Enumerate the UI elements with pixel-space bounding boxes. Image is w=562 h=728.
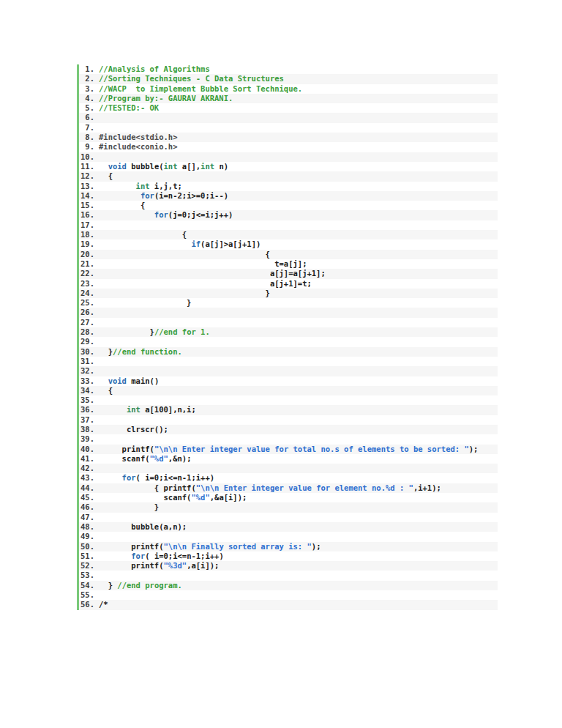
code-text: { [94, 171, 113, 181]
code-text: { [94, 230, 187, 239]
token-plain: i,j,t; [150, 182, 182, 190]
code-text: void bubble(int a[],int n) [94, 162, 228, 171]
code-text: for( i=0;i<=n-1;i++) [94, 551, 224, 561]
code-text: /* [94, 600, 108, 609]
line-number: 27. [79, 318, 94, 327]
code-text [94, 415, 99, 425]
token-comment: //Sorting Techniques - C Data Structures [99, 74, 284, 83]
code-text [94, 464, 99, 473]
line-number: 2. [79, 74, 94, 83]
token-comment: //WACP to Iimplement Bubble Sort Techniq… [99, 84, 302, 93]
line-number: 23. [79, 279, 94, 289]
code-line: 49. [79, 532, 498, 541]
code-text: scanf("%d",&a[i]); [94, 493, 247, 502]
line-number: 16. [79, 210, 94, 220]
code-text [94, 123, 99, 133]
code-line: 4.//Program by:- GAURAV AKRANI. [79, 94, 498, 103]
code-text [94, 434, 99, 444]
token-plain: a[], [178, 162, 201, 171]
line-number: 4. [79, 94, 94, 103]
code-text: //WACP to Iimplement Bubble Sort Techniq… [94, 84, 302, 94]
line-number: 3. [79, 84, 94, 94]
token-type: int [201, 162, 214, 171]
line-number: 38. [79, 425, 94, 434]
token-comment: //end program. [117, 581, 182, 590]
code-line: 2.//Sorting Techniques - C Data Structur… [79, 74, 498, 83]
code-line: 17. [79, 220, 498, 230]
code-text: }//end for 1. [94, 327, 210, 337]
code-line: 16. for(j=0;j<=i;j++) [79, 210, 498, 220]
line-number: 41. [79, 454, 94, 464]
line-number: 44. [79, 483, 94, 493]
line-number: 45. [79, 493, 94, 502]
line-number: 40. [79, 445, 94, 454]
line-number: 17. [79, 220, 94, 230]
code-line: 51. for( i=0;i<=n-1;i++) [79, 551, 498, 561]
token-plain: } [187, 298, 191, 307]
code-text: } [94, 298, 191, 308]
code-text: for(j=0;j<=i;j++) [94, 210, 233, 220]
token-comment: //TESTED:- OK [99, 103, 159, 112]
code-line: 23. a[j+1]=t; [79, 279, 498, 289]
line-number: 1. [79, 64, 94, 74]
line-number: 33. [79, 376, 94, 386]
code-text: //Program by:- GAURAV AKRANI. [94, 94, 233, 103]
code-line: 35. [79, 395, 498, 405]
code-text: bubble(a,n); [94, 522, 187, 532]
line-number: 9. [79, 142, 94, 152]
code-text: a[j+1]=t; [94, 279, 312, 289]
token-plain: { [182, 230, 187, 239]
code-text: scanf("%d",&n); [94, 454, 191, 464]
line-number: 22. [79, 269, 94, 278]
document-page: 1.//Analysis of Algorithms2.//Sorting Te… [0, 0, 562, 728]
line-number: 46. [79, 502, 94, 512]
code-text: #include<conio.h> [94, 142, 177, 152]
line-number: 21. [79, 259, 94, 269]
token-keyword: for [131, 551, 145, 560]
token-plain: (a[j]>a[j+1]) [201, 239, 261, 248]
code-line: 27. [79, 318, 498, 327]
code-line: 18. { [79, 230, 498, 239]
code-line: 15. { [79, 201, 498, 210]
line-number: 5. [79, 103, 94, 113]
code-line: 33. void main() [79, 376, 498, 386]
accent-bar [77, 64, 79, 610]
code-text: //Analysis of Algorithms [94, 64, 210, 74]
line-number: 36. [79, 405, 94, 415]
line-number: 20. [79, 250, 94, 259]
token-plain: scanf( [164, 493, 192, 502]
token-comment: //end function. [113, 347, 182, 356]
token-plain: main() [127, 376, 159, 385]
code-line: 5.//TESTED:- OK [79, 103, 498, 113]
token-keyword: for [140, 191, 154, 200]
code-text: printf("%3d",a[i]); [94, 561, 219, 571]
code-line: 28. }//end for 1. [79, 327, 498, 337]
line-number: 13. [79, 182, 94, 191]
line-number: 29. [79, 337, 94, 346]
line-number: 31. [79, 357, 94, 366]
token-plain: { printf( [154, 483, 196, 492]
code-line: 53. [79, 571, 498, 580]
code-line: 32. [79, 366, 498, 376]
line-number: 26. [79, 308, 94, 317]
code-line: 1.//Analysis of Algorithms [79, 64, 498, 74]
line-number: 18. [79, 230, 94, 239]
token-preprocessor: #include<conio.h> [99, 142, 177, 151]
code-line: 55. [79, 590, 498, 600]
line-number: 7. [79, 123, 94, 133]
code-line: 42. [79, 464, 498, 473]
token-plain: } [108, 581, 118, 590]
line-number: 32. [79, 366, 94, 376]
code-line: 41. scanf("%d",&n); [79, 454, 498, 464]
line-number: 35. [79, 395, 94, 405]
token-plain: scanf( [122, 454, 150, 463]
line-number: 10. [79, 152, 94, 162]
code-text: { [94, 201, 145, 210]
code-line: 14. for(i=n-2;i>=0;i--) [79, 191, 498, 201]
token-plain: /* [99, 600, 108, 609]
line-number: 12. [79, 171, 94, 181]
code-line: 11. void bubble(int a[],int n) [79, 162, 498, 171]
token-type: int [127, 405, 140, 414]
token-plain: ,a[i]); [187, 561, 219, 570]
line-number: 34. [79, 386, 94, 395]
